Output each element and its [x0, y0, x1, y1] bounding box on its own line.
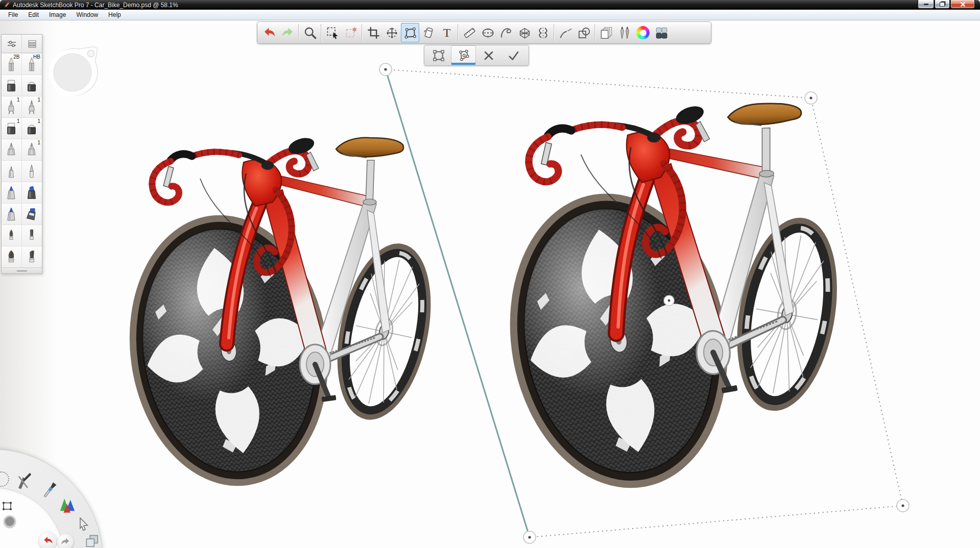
toolbar-separator — [554, 24, 555, 41]
move-icon — [385, 26, 399, 40]
brush-pen-nib-2[interactable]: 1 — [22, 96, 42, 117]
rectangle-transform-button[interactable] — [426, 45, 451, 65]
layers-stack-icon[interactable] — [84, 533, 100, 548]
shapes-tool-button[interactable] — [575, 23, 593, 42]
color-cones-icon[interactable] — [57, 494, 78, 514]
menu-help[interactable]: Help — [103, 10, 126, 19]
brush-panel-button[interactable] — [615, 23, 634, 42]
french-curve-icon — [499, 26, 513, 40]
ellipse-guide-button[interactable] — [479, 23, 497, 42]
palettes-toggle-button[interactable] — [652, 23, 671, 42]
brush-airbrush-1[interactable] — [2, 139, 22, 160]
brush-badge: 1 — [37, 140, 40, 145]
brush-marker-straight[interactable] — [2, 203, 22, 225]
deselect-button[interactable] — [342, 23, 360, 42]
move-tool-button[interactable] — [383, 23, 401, 42]
menu-image[interactable]: Image — [44, 10, 71, 19]
paint-bucket-icon — [422, 26, 436, 40]
brush-pencil-2b[interactable]: 2B — [2, 53, 22, 74]
brush-highlighter[interactable] — [22, 203, 42, 225]
polygon-distort-button[interactable] — [451, 45, 476, 65]
steady-stroke-button[interactable] — [556, 23, 575, 42]
transform-handle-center[interactable] — [664, 295, 674, 306]
brush-puck[interactable] — [46, 43, 101, 100]
minimize-icon — [924, 4, 928, 5]
fill-tool-button[interactable] — [419, 23, 438, 42]
text-tool-button[interactable]: T — [438, 23, 456, 42]
eraser-icon — [5, 121, 18, 136]
brush-small-flat[interactable] — [22, 225, 42, 246]
ruler-icon — [463, 26, 476, 40]
select-tool-button[interactable] — [323, 23, 342, 42]
lagoon-undo-button[interactable] — [39, 532, 57, 548]
perspective-tool-button[interactable] — [515, 23, 534, 42]
zoom-tool-button[interactable] — [301, 23, 319, 42]
brush-eraser-soft-1[interactable]: 1 — [22, 117, 42, 139]
crop-icon — [367, 26, 380, 40]
brush-fineliner[interactable] — [22, 160, 42, 182]
shapes-icon — [577, 26, 591, 40]
symmetry-tool-button[interactable] — [534, 23, 552, 42]
knife-pencil-icon[interactable] — [15, 472, 34, 491]
window-controls — [918, 0, 975, 9]
cursor-icon[interactable] — [75, 516, 90, 532]
accept-transform-button[interactable] — [501, 45, 526, 65]
brush-large-round[interactable] — [2, 246, 22, 267]
transform-handle-bl[interactable] — [523, 531, 536, 543]
brush-eraser-soft[interactable] — [22, 74, 42, 96]
close-button[interactable] — [950, 0, 975, 9]
paintbrush-icon — [25, 250, 38, 265]
layers-panel-button[interactable] — [597, 23, 615, 42]
redo-button[interactable] — [278, 23, 297, 42]
marker-icon — [5, 185, 18, 201]
menu-window[interactable]: Window — [71, 10, 103, 19]
brush-dot-icon[interactable] — [4, 515, 16, 528]
menu-file[interactable]: File — [3, 10, 23, 19]
brush-eraser-hard[interactable] — [2, 74, 22, 96]
deselect-icon — [344, 26, 358, 40]
transform-handle-tl[interactable] — [379, 63, 392, 76]
brush-pencil-hb[interactable]: HB — [22, 53, 42, 74]
menu-edit[interactable]: Edit — [23, 10, 44, 19]
palettes-icon — [655, 26, 668, 40]
brush-airbrush-2[interactable]: 1 — [22, 139, 42, 160]
transform-handle-br[interactable] — [897, 500, 909, 512]
window-title: Autodesk SketchBook Pro 7 - Car_Bike_Dem… — [13, 2, 178, 9]
palette-resize-handle[interactable] — [2, 267, 42, 273]
brush-settings-button[interactable] — [2, 35, 21, 53]
brush-badge: 1 — [37, 97, 40, 103]
restore-icon — [940, 2, 945, 7]
brush-badge: 1 — [17, 97, 20, 103]
color-panel-button[interactable] — [634, 23, 652, 42]
brush-angled[interactable] — [22, 246, 42, 267]
crop-tool-button[interactable] — [364, 23, 383, 42]
restore-button[interactable] — [935, 0, 950, 9]
sliders-icon — [6, 38, 18, 50]
undo-button[interactable] — [260, 23, 278, 42]
marker-icon — [25, 185, 38, 201]
ruler-tool-button[interactable] — [460, 23, 479, 42]
app-pencil-icon — [4, 2, 10, 8]
brush-library-button[interactable] — [21, 35, 42, 53]
paintbrush-icon[interactable] — [40, 481, 59, 500]
transform-icon — [403, 26, 417, 40]
cancel-transform-button[interactable] — [476, 45, 501, 65]
puck-hole — [88, 51, 94, 57]
selection-left-edge — [386, 69, 530, 537]
paintbrush-icon — [5, 250, 18, 265]
minimize-button[interactable] — [918, 0, 934, 9]
brush-small-round[interactable] — [2, 225, 22, 246]
transform-handle-tr[interactable] — [805, 92, 817, 104]
brush-marker-cone-1[interactable] — [2, 182, 22, 203]
brush-ballpoint[interactable] — [2, 160, 22, 182]
lagoon-redo-button[interactable] — [57, 534, 74, 548]
transform-tool-button[interactable] — [401, 23, 419, 42]
layers-icon — [600, 26, 613, 40]
brush-badge: 1 — [37, 118, 40, 124]
transform-mini-icon[interactable] — [1, 500, 13, 512]
brush-eraser-hard-1[interactable]: 1 — [2, 117, 22, 139]
brush-pen-nib-1[interactable]: 1 — [2, 96, 22, 117]
text-tool-icon: T — [443, 27, 451, 39]
french-curve-button[interactable] — [497, 23, 515, 42]
brush-marker-cone-2[interactable] — [22, 182, 42, 203]
